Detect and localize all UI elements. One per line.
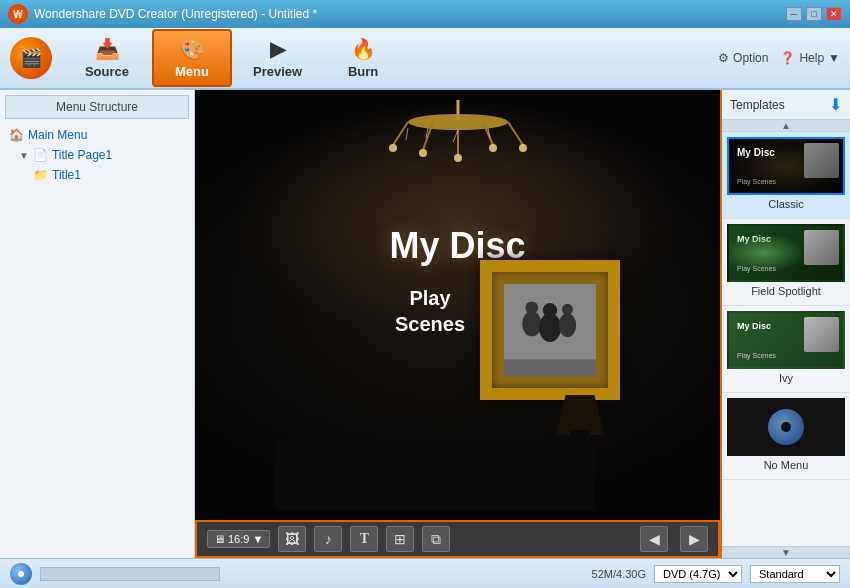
ivy-thumb-title: My Disc (737, 321, 771, 331)
template-field-spotlight[interactable]: My Disc Play Scenes Field Spotlight (722, 219, 850, 306)
chandelier-decoration (378, 100, 538, 180)
svg-point-23 (562, 304, 573, 315)
tree-item-main-menu[interactable]: 🏠 Main Menu (5, 125, 189, 145)
disc-status-icon (10, 563, 32, 585)
ivy-thumb-image (804, 317, 839, 352)
main-toolbar: 🎬 📥 Source 🎨 Menu ▶ Preview 🔥 Burn ⚙ Opt… (0, 28, 850, 90)
next-page-button[interactable]: ▶ (680, 526, 708, 552)
template-classic-label: Classic (727, 195, 845, 213)
svg-point-1 (408, 114, 508, 130)
svg-point-19 (525, 301, 538, 314)
sofa (275, 440, 595, 510)
templates-scroll[interactable]: My Disc Play Scenes Classic My Disc Play… (722, 132, 850, 546)
source-icon: 📥 (95, 37, 120, 61)
text-icon: T (360, 531, 369, 547)
source-button[interactable]: 📥 Source (67, 31, 147, 85)
title1-label: Title1 (52, 168, 81, 182)
templates-panel: Templates ⬇ ▲ My Disc Play Scenes Classi… (720, 90, 850, 558)
preview-button[interactable]: ▶ Preview (237, 31, 318, 85)
option-label: Option (733, 51, 768, 65)
svg-point-22 (559, 313, 576, 337)
help-button[interactable]: ❓ Help ▼ (780, 51, 840, 65)
disc-hole (781, 422, 791, 432)
svg-line-12 (406, 128, 408, 140)
burn-button[interactable]: 🔥 Burn (323, 31, 403, 85)
music-tool-button[interactable]: ♪ (314, 526, 342, 552)
preview-toggle-button[interactable]: ⧉ (422, 526, 450, 552)
quality-select[interactable]: Standard High Quality (750, 565, 840, 583)
ivy-thumb-subtitle: Play Scenes (737, 352, 776, 359)
download-icon[interactable]: ⬇ (829, 95, 842, 114)
template-ivy[interactable]: My Disc Play Scenes Ivy (722, 306, 850, 393)
frame-border (480, 260, 620, 400)
tree-item-title-page1[interactable]: ▼ 📄 Title Page1 (5, 145, 189, 165)
canvas-preview[interactable]: My Disc Play Scenes (195, 90, 720, 520)
help-icon: ❓ (780, 51, 795, 65)
template-ivy-thumb: My Disc Play Scenes (727, 311, 845, 369)
maximize-button[interactable]: □ (806, 7, 822, 21)
menu-structure-panel: Menu Structure 🏠 Main Menu ▼ 📄 Title Pag… (0, 90, 195, 558)
status-bar: 52M/4.30G DVD (4.7G) DVD (8.5G) Standard… (0, 558, 850, 588)
template-no-menu[interactable]: No Menu (722, 393, 850, 480)
disc-subtitle: Play Scenes (395, 285, 465, 337)
tree-item-title1[interactable]: 📁 Title1 (5, 165, 189, 185)
music-icon: ♪ (325, 531, 332, 547)
image-icon: 🖼 (285, 531, 299, 547)
minimize-button[interactable]: ─ (786, 7, 802, 21)
arrow-right-icon: ▶ (689, 531, 700, 547)
templates-title: Templates (730, 98, 785, 112)
window-title: Wondershare DVD Creator (Unregistered) -… (34, 7, 317, 21)
template-field-label: Field Spotlight (727, 282, 845, 300)
main-menu-label: Main Menu (28, 128, 87, 142)
svg-point-10 (489, 144, 497, 152)
arrow-left-icon: ◀ (649, 531, 660, 547)
disc-status-hole (18, 571, 24, 577)
scroll-up-button[interactable]: ▲ (722, 120, 850, 132)
svg-point-8 (419, 149, 427, 157)
template-nomenu-thumb (727, 398, 845, 456)
menu-button[interactable]: 🎨 Menu (152, 29, 232, 87)
svg-point-11 (519, 144, 527, 152)
burn-label: Burn (348, 64, 378, 79)
prev-page-button[interactable]: ◀ (640, 526, 668, 552)
classic-thumb-subtitle: Play Scenes (737, 178, 776, 185)
help-dropdown-icon: ▼ (828, 51, 840, 65)
svg-point-7 (389, 144, 397, 152)
main-area: Menu Structure 🏠 Main Menu ▼ 📄 Title Pag… (0, 90, 850, 558)
svg-point-18 (522, 311, 541, 336)
template-classic[interactable]: My Disc Play Scenes Classic (722, 132, 850, 219)
aspect-ratio-button[interactable]: 🖥 16:9 ▼ (207, 530, 270, 548)
aspect-ratio-label: 16:9 (228, 533, 249, 545)
dropdown-icon: ▼ (252, 533, 263, 545)
title-page1-label: Title Page1 (52, 148, 112, 162)
text-tool-button[interactable]: T (350, 526, 378, 552)
frame-inner (504, 284, 596, 376)
expand-icon: ▼ (19, 150, 29, 161)
subtitle-text: Play Scenes (395, 287, 465, 335)
svg-rect-24 (504, 359, 596, 376)
preview-label: Preview (253, 64, 302, 79)
scroll-down-button[interactable]: ▼ (722, 546, 850, 558)
photo-frame (480, 260, 620, 400)
preview-toggle-icon: ⧉ (431, 531, 441, 548)
field-thumb-image (804, 230, 839, 265)
image-tool-button[interactable]: 🖼 (278, 526, 306, 552)
disc-type-select[interactable]: DVD (4.7G) DVD (8.5G) (654, 565, 742, 583)
svg-line-6 (508, 122, 523, 145)
preview-icon: ▶ (270, 37, 285, 61)
nomenu-disc-icon (768, 409, 804, 445)
page-icon: 📄 (33, 148, 48, 162)
gear-icon: ⚙ (718, 51, 729, 65)
help-label: Help (799, 51, 824, 65)
grid-tool-button[interactable]: ⊞ (386, 526, 414, 552)
classic-thumb-title: My Disc (737, 147, 775, 158)
option-button[interactable]: ⚙ Option (718, 51, 768, 65)
app-logo: W (8, 4, 28, 24)
folder-icon: 📁 (33, 168, 48, 182)
svg-point-20 (539, 313, 561, 342)
template-field-thumb: My Disc Play Scenes (727, 224, 845, 282)
home-icon: 🏠 (9, 128, 24, 142)
svg-line-2 (393, 122, 408, 145)
status-progress-bar (40, 567, 220, 581)
close-button[interactable]: ✕ (826, 7, 842, 21)
